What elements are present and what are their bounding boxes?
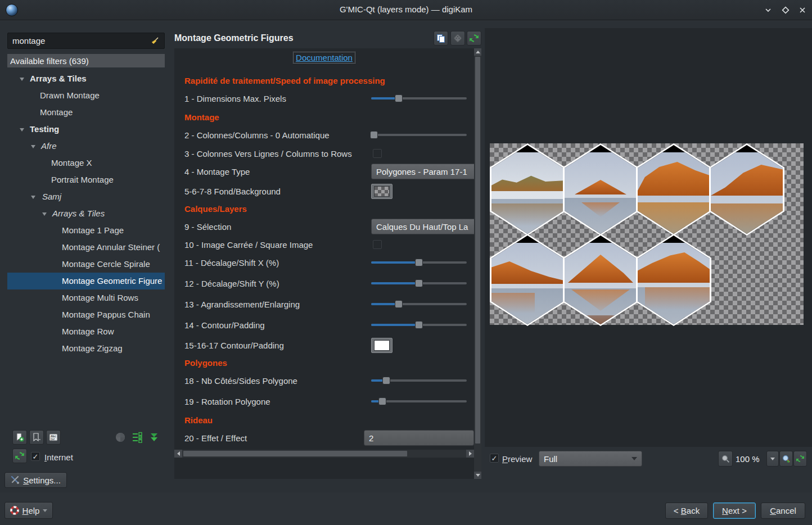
cancel-button[interactable]: Cancel — [761, 503, 805, 519]
param-slider[interactable] — [371, 296, 467, 312]
scroll-down-icon[interactable] — [474, 472, 481, 479]
param-label: 18 - Nb Côtés/Sides Polygone — [184, 376, 297, 386]
param-label: 4 - Montage Type — [184, 167, 250, 176]
dialog-body: montage Available filters (639) Arrays &… — [0, 21, 812, 492]
zoom-fit-button[interactable] — [718, 451, 733, 467]
documentation-link[interactable]: Documentation — [293, 52, 355, 64]
expired-cache-icon — [113, 430, 128, 445]
tree-item[interactable]: Montage 1 Page — [7, 222, 165, 239]
close-icon[interactable] — [796, 4, 809, 16]
back-button[interactable]: < Back — [665, 503, 708, 519]
scroll-left-icon[interactable] — [174, 450, 182, 458]
filter-search-input[interactable]: montage — [7, 33, 165, 49]
title-bar: G'MIC-Qt (layers mode) — digiKam — [0, 0, 812, 20]
copy-command-button[interactable] — [434, 31, 448, 46]
dialog-footer: Help < Back Next > Cancel — [0, 492, 812, 525]
param-slider[interactable] — [371, 373, 467, 388]
window-title: G'MIC-Qt (layers mode) — digiKam — [0, 4, 812, 14]
padding-color-button[interactable] — [371, 338, 393, 353]
param-label: 15-16-17 Contour/Padding — [184, 341, 284, 350]
tree-item[interactable]: Arrays & Tiles — [7, 70, 165, 87]
param-label: 10 - Image Carrée / Square Image — [184, 240, 313, 250]
minimize-icon[interactable] — [762, 4, 774, 16]
param-slider[interactable] — [371, 255, 467, 270]
param-checkbox[interactable] — [373, 149, 382, 158]
tree-item[interactable]: Afre — [7, 138, 165, 155]
filter-tree: Arrays & Tiles Drawn Montage Montage Tes… — [7, 70, 165, 385]
reset-parameters-button[interactable] — [467, 31, 481, 46]
tree-item-selected[interactable]: Montage Geometric Figure — [7, 273, 165, 289]
tree-item[interactable]: Arrays & Tiles — [7, 205, 165, 222]
update-filters-button[interactable] — [12, 449, 27, 463]
param-label: 12 - Décalage/Shift Y (%) — [184, 279, 279, 288]
param-label: 5-6-7-8 Fond/Background — [184, 187, 281, 196]
param-slider[interactable] — [371, 317, 467, 333]
gmic-qt-window: { "window": { "title": "G'MIC-Qt (layers… — [0, 0, 812, 525]
param-label: 3 - Colonnes Vers Lignes / Columns to Ro… — [184, 149, 352, 159]
preview-mode-combobox[interactable]: Full — [539, 451, 642, 467]
param-label: 20 - Effet / Effect — [184, 433, 247, 443]
tree-item[interactable]: Montage Zigzag — [7, 340, 165, 357]
filter-selection-mode-button[interactable] — [130, 430, 145, 445]
tree-item[interactable]: Montage Multi Rows — [7, 289, 165, 306]
param-label: 9 - Sélection — [184, 222, 231, 232]
internet-checkbox[interactable]: ✓ — [31, 452, 40, 461]
next-button[interactable]: Next > — [713, 503, 756, 519]
param-slider[interactable] — [371, 393, 467, 409]
tree-item[interactable]: Testing — [7, 121, 165, 138]
montage-type-combobox[interactable]: Polygones - Param 17-1 — [371, 164, 474, 179]
available-filters-header[interactable]: Available filters (639) — [7, 54, 165, 67]
section-heading: Polygones — [184, 358, 227, 368]
param-slider[interactable] — [371, 275, 467, 291]
rename-fave-button[interactable]: AbcDef — [46, 430, 61, 445]
add-fave-button[interactable] — [12, 430, 27, 445]
param-slider[interactable] — [371, 90, 467, 106]
search-text: montage — [12, 36, 150, 46]
expand-collapse-all-button[interactable] — [147, 430, 161, 445]
selection-combobox[interactable]: Calques Du Haut/Top La — [371, 219, 474, 234]
tree-item[interactable]: Samj — [7, 188, 165, 205]
tree-item[interactable]: Portrait Montage — [7, 171, 165, 188]
preview-label: Preview — [502, 454, 532, 464]
tree-item[interactable]: Drawn Montage — [7, 87, 165, 104]
param-label: 1 - Dimensions Max. Pixels — [184, 94, 286, 103]
tree-item[interactable]: Montage Row — [7, 323, 165, 340]
filter-name-title: Montage Geometric Figures — [174, 33, 294, 43]
help-button[interactable]: Help — [4, 502, 53, 519]
vscroll-thumb[interactable] — [475, 56, 481, 444]
hscroll-thumb[interactable] — [183, 450, 408, 457]
zoom-level-value: 100 % — [736, 454, 760, 464]
section-heading: Rideau — [184, 415, 213, 425]
background-color-button[interactable] — [371, 184, 393, 199]
tree-item[interactable]: Montage X — [7, 155, 165, 171]
tree-item[interactable]: Montage Cercle Spirale — [7, 256, 165, 273]
tree-item[interactable]: Montage — [7, 104, 165, 121]
param-label: 13 - Agrandissement/Enlarging — [184, 300, 300, 309]
tree-item[interactable]: Montage Annular Steiner ( — [7, 239, 165, 256]
documentation-link-row: Documentation — [174, 53, 474, 62]
internet-label: Internet — [44, 452, 73, 462]
horizontal-scrollbar[interactable] — [174, 450, 474, 458]
remove-fave-button[interactable] — [29, 430, 44, 445]
tree-item[interactable]: Montage Pappus Chain — [7, 306, 165, 323]
scroll-right-icon[interactable] — [466, 450, 474, 458]
vertical-scrollbar[interactable] — [474, 48, 481, 479]
parameters-pane: Documentation Rapidité de traitement/Spe… — [174, 48, 474, 479]
settings-button[interactable]: Settings... — [4, 472, 67, 488]
preview-image[interactable] — [490, 143, 804, 325]
param-label: 14 - Contour/Padding — [184, 320, 265, 330]
zoom-reset-button[interactable] — [779, 451, 793, 467]
refresh-preview-button[interactable] — [793, 451, 807, 467]
param-slider[interactable] — [371, 127, 467, 143]
section-heading: Rapidité de traitement/Speed of image pr… — [184, 76, 385, 85]
param-label: 19 - Rotation Polygone — [184, 397, 270, 406]
maximize-icon[interactable] — [779, 4, 792, 16]
effect-spinbox[interactable]: 2 — [364, 430, 474, 446]
zoom-dropdown-button[interactable] — [766, 451, 779, 467]
preview-pane — [485, 28, 812, 447]
clear-search-broom-icon[interactable] — [150, 36, 160, 46]
param-checkbox[interactable] — [373, 240, 382, 249]
preview-checkbox[interactable]: ✓ — [490, 454, 499, 463]
svg-text:Def: Def — [51, 438, 55, 441]
scroll-up-icon[interactable] — [474, 48, 481, 56]
